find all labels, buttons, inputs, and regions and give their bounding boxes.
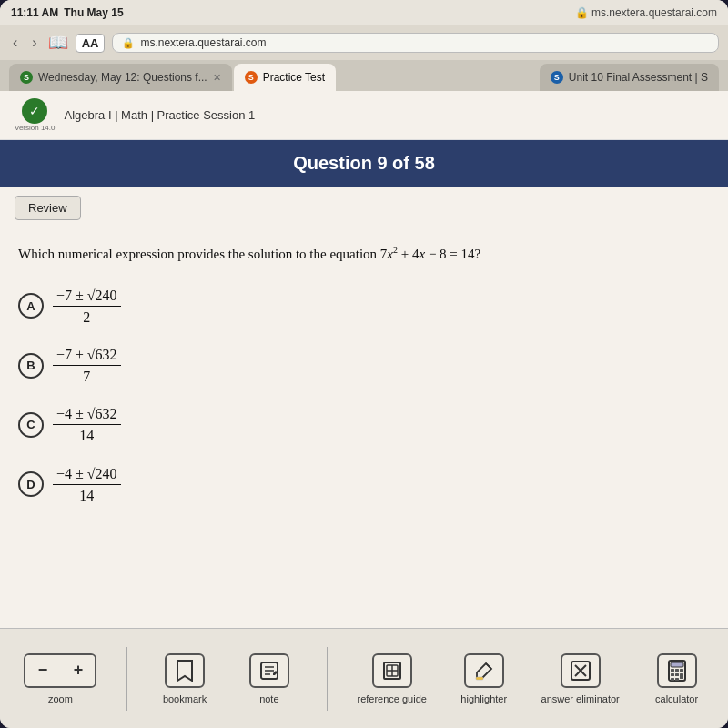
fraction-a: −7 ± √240 2 [53,287,121,326]
answer-eliminator-icon [570,660,592,682]
address-lock-icon: 🔒 [122,37,135,49]
bottom-toolbar: − + zoom bookmark [0,628,728,728]
svg-rect-17 [671,678,674,681]
numerator-a: −7 ± √240 [53,287,121,307]
option-circle-d[interactable]: D [18,471,44,497]
tab-favicon-2: S [245,71,258,84]
zoom-box[interactable]: − + [24,653,96,688]
online-check-icon: ✓ [22,98,47,124]
forward-button[interactable]: › [28,33,40,53]
fraction-b: −7 ± √632 7 [53,346,121,385]
tab-label-3: Unit 10 Final Assessment | S [569,71,708,84]
device-frame: 11:11 AM Thu May 15 🔒 ms.nextera.questar… [0,0,728,728]
nav-bar: ‹ › 📖 AA 🔒 ms.nextera.questarai.com [0,25,728,60]
svg-rect-5 [476,677,483,680]
denominator-b: 7 [79,366,94,385]
toolbar-divider-2 [327,647,328,711]
svg-rect-12 [675,669,679,672]
zoom-minus-button[interactable]: − [25,655,59,686]
answer-eliminator-icon-box[interactable] [561,653,601,688]
highlighter-icon [473,660,495,682]
numerator-c: −4 ± √632 [53,405,121,425]
question-content: Which numerical expression provides the … [0,229,728,542]
svg-rect-11 [671,669,674,672]
address-text: ms.nextera.questarai.com [140,36,266,49]
bookmark-icon [175,659,195,682]
online-badge: ✓ Version 14.0 [15,98,55,132]
note-icon-box[interactable] [249,653,289,688]
highlighter-tool[interactable]: highlighter [457,653,511,704]
tab-close-1[interactable]: ✕ [213,72,221,84]
tab-wednesday[interactable]: S Wednesday, May 12: Questions f... ✕ [9,64,232,91]
status-url: 🔒 ms.nextera.questarai.com [575,6,717,19]
breadcrumb-bar: ✓ Version 14.0 Algebra I | Math | Practi… [0,91,728,140]
version-text: Version 14.0 [15,124,55,132]
numerator-b: −7 ± √632 [53,346,121,366]
option-circle-a[interactable]: A [18,293,44,318]
svg-rect-13 [680,669,683,672]
time-display: 11:11 AM [11,6,58,19]
tab-unit10[interactable]: S Unit 10 Final Assessment | S [540,64,719,91]
reference-guide-tool[interactable]: reference guide [357,653,426,704]
bookmark-icon-box[interactable] [165,653,205,688]
status-time: 11:11 AM Thu May 15 [11,6,124,19]
answer-eliminator-tool[interactable]: answer eliminator [541,653,620,704]
zoom-plus-button[interactable]: + [61,655,95,686]
review-button[interactable]: Review [15,196,81,220]
option-circle-b[interactable]: B [18,353,44,379]
answer-option-d[interactable]: D −4 ± √240 14 [18,465,710,504]
date-display: Thu May 15 [64,6,123,19]
answer-option-a[interactable]: A −7 ± √240 2 [18,287,710,326]
bookmark-tool[interactable]: bookmark [157,653,212,704]
calculator-icon-box[interactable] [657,653,697,688]
highlighter-icon-box[interactable] [464,653,504,688]
numerator-d: −4 ± √240 [53,465,121,485]
tab-practice-test[interactable]: S Practice Test [234,64,336,91]
svg-rect-14 [671,673,674,676]
breadcrumb-text: Algebra I | Math | Practice Session 1 [64,108,255,122]
fraction-c: −4 ± √632 14 [53,405,121,444]
highlighter-label: highlighter [460,693,507,704]
option-circle-c[interactable]: C [18,412,44,438]
denominator-c: 14 [76,425,97,444]
url-display: ms.nextera.questarai.com [592,6,717,19]
svg-rect-15 [675,673,679,676]
bookmarks-icon[interactable]: 📖 [48,33,68,53]
svg-rect-18 [675,678,679,681]
calculator-tool[interactable]: calculator [650,653,704,704]
text-size-button[interactable]: AA [76,34,106,53]
tab-favicon-1: S [20,71,33,84]
tab-label-1: Wednesday, May 12: Questions f... [38,71,207,84]
reference-icon-box[interactable] [372,653,412,688]
status-bar: 11:11 AM Thu May 15 🔒 ms.nextera.questar… [0,0,728,25]
fraction-d: −4 ± √240 14 [53,465,121,504]
reference-guide-icon [382,661,402,681]
answer-option-c[interactable]: C −4 ± √632 14 [18,405,710,444]
calculator-icon [667,660,687,682]
question-text: Which numerical expression provides the … [18,244,710,265]
review-row: Review [0,187,728,229]
denominator-d: 14 [76,485,97,504]
tabs-bar: S Wednesday, May 12: Questions f... ✕ S … [0,60,728,91]
svg-rect-16 [680,673,683,679]
main-content: ✓ Version 14.0 Algebra I | Math | Practi… [0,91,728,628]
address-bar[interactable]: 🔒 ms.nextera.questarai.com [112,33,719,53]
toolbar-divider-1 [126,647,127,711]
lock-icon: 🔒 [575,6,589,19]
note-label: note [259,693,278,704]
calculator-label: calculator [655,693,698,704]
question-title: Question 9 of 58 [293,153,435,173]
svg-rect-10 [671,662,683,667]
question-header: Question 9 of 58 [0,140,728,187]
zoom-label: zoom [48,693,73,704]
bookmark-label: bookmark [163,693,207,704]
answer-option-b[interactable]: B −7 ± √632 7 [18,346,710,385]
tab-label-2: Practice Test [263,71,325,84]
tab-favicon-3: S [551,71,563,84]
denominator-a: 2 [79,307,94,326]
back-button[interactable]: ‹ [9,33,21,53]
answer-eliminator-label: answer eliminator [541,693,620,704]
reference-label: reference guide [357,693,426,704]
note-tool[interactable]: note [242,653,297,704]
zoom-tool: − + zoom [24,653,96,704]
